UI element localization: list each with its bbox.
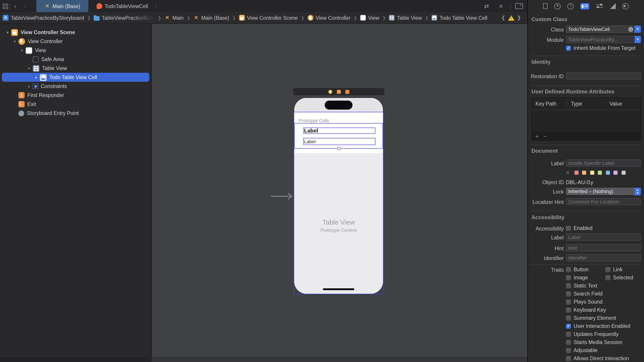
outline-item-first-responder[interactable]: First Responder	[2, 91, 149, 100]
localizer-hint-field[interactable]: Comment For Localizer	[566, 198, 641, 205]
disclosure-icon[interactable]: ▸	[27, 84, 32, 88]
outline-item-exit[interactable]: Exit	[2, 100, 149, 109]
trait-allows-direct-interaction-checkbox[interactable]	[566, 356, 571, 361]
dock-view-controller-icon[interactable]	[328, 90, 332, 94]
table-view-icon	[33, 65, 40, 72]
outline-filter-bar[interactable]	[0, 357, 152, 362]
trait-summary-element-checkbox[interactable]	[566, 315, 571, 320]
breadcrumb-group[interactable]: TableViewPracticeByStoryboa	[102, 15, 155, 21]
adjust-editor-options-icon[interactable]: ≡	[496, 3, 506, 10]
column-key-path[interactable]: Key Path	[532, 101, 567, 106]
trait-selected-checkbox[interactable]	[606, 275, 610, 280]
trait-starts-media-checkbox[interactable]	[566, 340, 571, 345]
disclosure-icon[interactable]: ▾	[20, 48, 24, 52]
accessibility-label-field[interactable]: Label	[566, 234, 641, 241]
trait-static-text-checkbox[interactable]	[566, 283, 571, 288]
add-editor-icon[interactable]: +	[515, 3, 523, 9]
trait-link-checkbox[interactable]	[606, 267, 610, 272]
quick-help-inspector-icon[interactable]	[567, 3, 574, 9]
restoration-id-field[interactable]	[566, 72, 641, 80]
breadcrumb-main-base[interactable]: Main (Base)	[201, 15, 229, 21]
todo-table-view-cell-canvas[interactable]: Label Label	[294, 123, 383, 149]
accessibility-identifier-field[interactable]: Identifier	[566, 254, 641, 261]
disclosure-icon[interactable]: ▾	[12, 39, 17, 43]
outline-item-safe-area[interactable]: Safe Area	[2, 55, 149, 64]
runtime-attributes-table[interactable]: Key Path Type Value + −	[532, 97, 641, 141]
warning-icon[interactable]	[508, 15, 514, 21]
size-inspector-icon[interactable]	[610, 3, 616, 9]
disclosure-icon[interactable]: ▾	[6, 30, 10, 34]
outline-item-storyboard-entry-point[interactable]: Storyboard Entry Point	[2, 109, 149, 118]
prev-issue-button[interactable]: ❮	[501, 15, 505, 21]
file-inspector-icon[interactable]	[543, 3, 548, 9]
breadcrumb-table-view[interactable]: Table View	[397, 15, 422, 21]
lock-dropdown-button[interactable]: ▲▼	[634, 188, 641, 195]
jump-to-class-icon[interactable]: →	[628, 27, 633, 32]
interface-builder-canvas[interactable]: Prototype Cells Table View Prototype Con…	[152, 24, 528, 362]
column-type[interactable]: Type	[567, 101, 606, 106]
disclosure-icon[interactable]: ▸	[34, 75, 38, 79]
dock-exit-icon[interactable]	[345, 90, 349, 94]
breadcrumb-project[interactable]: TableViewPracticeByStoryboard	[11, 15, 84, 21]
table-view-cell-icon	[40, 74, 47, 81]
trait-user-interaction-checkbox[interactable]	[566, 324, 571, 328]
dock-first-responder-icon[interactable]	[337, 90, 341, 94]
attributes-inspector-icon[interactable]	[596, 3, 603, 9]
inherit-module-checkbox[interactable]	[566, 46, 571, 51]
class-field[interactable]: TodoTableViewCell → ▼	[566, 26, 641, 33]
accessibility-enabled-checkbox[interactable]	[566, 226, 571, 231]
color-swatch-red[interactable]	[574, 171, 578, 175]
breadcrumb-view[interactable]: View	[368, 15, 379, 21]
accessibility-enabled-row: Enabled	[566, 226, 592, 231]
back-button[interactable]: ‹	[10, 0, 20, 12]
color-swatch-orange[interactable]	[582, 171, 586, 175]
forward-button[interactable]: ›	[20, 0, 30, 12]
history-inspector-icon[interactable]	[554, 3, 560, 9]
accessibility-hint-field[interactable]: Hint	[566, 244, 641, 252]
remove-attribute-button[interactable]: −	[543, 133, 547, 139]
connections-inspector-icon[interactable]	[622, 3, 629, 9]
color-swatch-purple[interactable]	[614, 171, 618, 175]
tab-todotableviewcell[interactable]: TodoTableViewCell	[88, 0, 156, 12]
trait-image-checkbox[interactable]	[566, 275, 571, 280]
outline-item-todo-table-view-cell[interactable]: ▸ Todo Table View Cell	[2, 73, 149, 82]
trait-button-checkbox[interactable]	[566, 267, 571, 272]
class-dropdown-button[interactable]: ▼	[634, 26, 641, 33]
tab-main-storyboard[interactable]: Main (Base)	[36, 0, 88, 12]
color-swatch-yellow[interactable]	[590, 171, 594, 175]
color-swatch-gray[interactable]	[622, 171, 626, 175]
outline-item-table-view[interactable]: ▾ Table View	[2, 64, 149, 73]
trait-keyboard-key-checkbox[interactable]	[566, 307, 571, 312]
breadcrumb-cell[interactable]: Todo Table View Cell	[440, 15, 487, 21]
outline-item-view-controller[interactable]: ▾ View Controller	[2, 37, 149, 46]
outline-item-constraints[interactable]: ▸ Constraints	[2, 82, 149, 91]
breadcrumb-view-controller[interactable]: View Controller	[316, 15, 350, 21]
related-items-icon[interactable]	[3, 3, 8, 9]
cell-title-label[interactable]: Label	[303, 127, 375, 134]
outline-item-view[interactable]: ▾ View	[2, 46, 149, 55]
next-issue-button[interactable]: ❯	[517, 15, 521, 21]
outline-item-view-controller-scene[interactable]: ▾ View Controller Scene	[2, 28, 149, 37]
color-swatch-green[interactable]	[598, 171, 602, 175]
disclosure-icon[interactable]: ▾	[27, 66, 32, 70]
breadcrumb-scene[interactable]: View Controller Scene	[247, 15, 298, 21]
trait-search-field-checkbox[interactable]	[566, 291, 571, 296]
module-field[interactable]: TableViewPracticeBy... ▼	[566, 36, 641, 43]
color-swatch-blue[interactable]	[606, 171, 610, 175]
module-dropdown-button[interactable]: ▼	[634, 36, 641, 43]
identity-inspector-icon[interactable]	[580, 3, 589, 9]
lock-dropdown[interactable]: Inherited – (Nothing) ▲▼	[566, 188, 641, 195]
no-color-icon[interactable]: ✕	[566, 170, 570, 175]
cell-resize-handle[interactable]	[337, 147, 340, 150]
trait-updates-frequently-checkbox[interactable]	[566, 332, 571, 337]
storyboard-entry-point-arrow[interactable]	[271, 196, 292, 197]
code-review-icon[interactable]: ⇄	[482, 3, 492, 10]
add-attribute-button[interactable]: +	[536, 133, 539, 139]
document-label-field[interactable]: Xcode Specific Label	[566, 159, 641, 167]
cell-subtitle-label[interactable]: Label	[303, 138, 375, 145]
trait-plays-sound-checkbox[interactable]	[566, 299, 571, 304]
breadcrumb-main[interactable]: Main	[172, 15, 184, 21]
column-value[interactable]: Value	[606, 101, 640, 106]
trait-adjustable-checkbox[interactable]	[566, 348, 571, 353]
outline-label: First Responder	[27, 93, 64, 98]
